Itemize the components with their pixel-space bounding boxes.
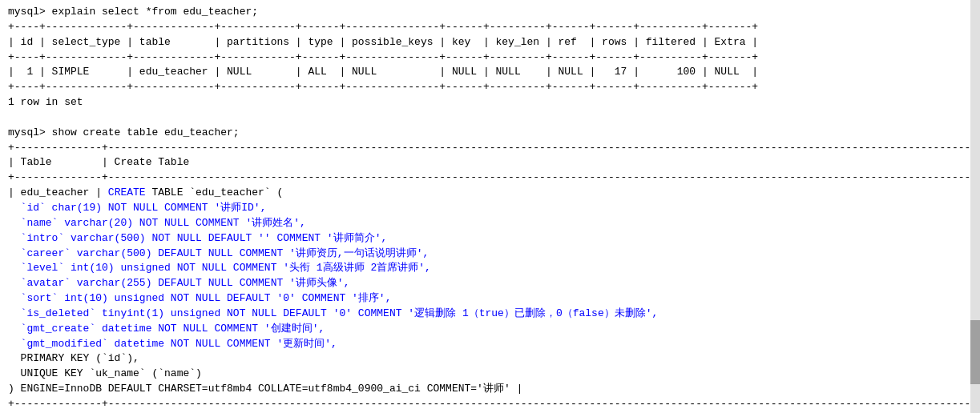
line-1: mysql> explain select *from edu_teacher; — [5, 5, 966, 20]
line-header1: | id | select_type | table | partitions … — [5, 35, 966, 50]
line-id-field: `id` char(19) NOT NULL COMMENT '讲师ID', — [5, 201, 966, 216]
scrollbar-thumb[interactable] — [970, 320, 980, 384]
line-cmd2: mysql> show create table edu_teacher; — [5, 126, 966, 141]
line-isdeleted-field: `is_deleted` tinyint(1) unsigned NOT NUL… — [5, 307, 966, 322]
line-rowcount: 1 row in set — [5, 95, 966, 110]
line-avatar-field: `avatar` varchar(255) DEFAULT NULL COMME… — [5, 276, 966, 291]
create-keyword: CREATE — [108, 186, 146, 198]
scrollbar[interactable] — [970, 0, 980, 413]
line-pk: PRIMARY KEY (`id`), — [5, 351, 966, 367]
line-sep2: +----+-------------+-------------+------… — [5, 50, 966, 66]
line-gmtmodified-field: `gmt_modified` datetime NOT NULL COMMENT… — [5, 337, 966, 352]
line-sep3: +----+-------------+-------------+------… — [5, 80, 966, 95]
line-sort-field: `sort` int(10) unsigned NOT NULL DEFAULT… — [5, 291, 966, 307]
line-sep4: +--------------+------------------------… — [5, 141, 966, 156]
line-sep6: +--------------+------------------------… — [5, 397, 966, 412]
terminal-content: mysql> explain select *from edu_teacher;… — [0, 3, 970, 413]
line-sep5: +--------------+------------------------… — [5, 170, 966, 186]
line-engine: ) ENGINE=InnoDB DEFAULT CHARSET=utf8mb4 … — [5, 382, 966, 397]
line-level-field: `level` int(10) unsigned NOT NULL COMMEN… — [5, 261, 966, 276]
line-sep1: +----+-------------+-------------+------… — [5, 20, 966, 35]
line-career-field: `career` varchar(500) DEFAULT NULL COMME… — [5, 247, 966, 262]
create-rest: TABLE `edu_teacher` ( — [146, 186, 284, 198]
line-gmtcreate-field: `gmt_create` datetime NOT NULL COMMENT '… — [5, 322, 966, 337]
line-data1: | 1 | SIMPLE | edu_teacher | NULL | ALL … — [5, 65, 966, 80]
line-name-field: `name` varchar(20) NOT NULL COMMENT '讲师姓… — [5, 216, 966, 231]
line-create-table: | edu_teacher | CREATE TABLE `edu_teache… — [5, 186, 966, 201]
line-blank1 — [5, 110, 966, 126]
terminal-window: mysql> explain select *from edu_teacher;… — [0, 0, 980, 413]
line-header2: | Table | Create Table | — [5, 155, 966, 170]
line-intro-field: `intro` varchar(500) NOT NULL DEFAULT ''… — [5, 231, 966, 247]
line-uk: UNIQUE KEY `uk_name` (`name`) — [5, 367, 966, 382]
